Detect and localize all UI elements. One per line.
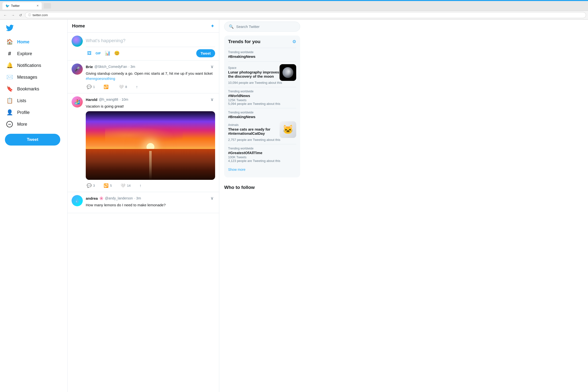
trend-category-0: Trending worldwide: [228, 50, 296, 54]
poll-button[interactable]: 📊: [104, 49, 112, 57]
emoji-button[interactable]: 😊: [113, 49, 121, 57]
sidebar-tweet-button[interactable]: Tweet: [5, 134, 60, 146]
nav-label-bookmarks: Bookmarks: [17, 86, 39, 92]
retweet-action-brie[interactable]: 🔁: [103, 84, 111, 90]
like-action-brie[interactable]: 🤍 8: [118, 84, 128, 90]
tweet-name-andrea: andrea: [86, 196, 98, 200]
lists-icon: 📋: [6, 98, 13, 104]
tweet-more-button-andrea[interactable]: ∨: [209, 195, 215, 202]
refresh-button[interactable]: ↺: [18, 13, 24, 18]
nav-item-profile[interactable]: 👤 Profile: [3, 107, 64, 118]
tweet-hashtag-brie[interactable]: #heregoesnothing: [86, 76, 115, 80]
like-icon-harold: 🤍: [120, 183, 126, 188]
tweet-text-harold: Vacation is going great!: [86, 104, 215, 109]
trend-category-3: Trending worldwide: [228, 111, 296, 114]
compose-toolbar: 🖼 GIF 📊 😊 Tweet: [86, 47, 215, 57]
brie-avatar-image: 🎤: [72, 64, 83, 75]
browser-nav: ← → ↺ ⓘ twitter.com: [0, 11, 588, 20]
share-action-brie[interactable]: ↑: [135, 84, 139, 90]
tweet-content-brie: Brie @Sktch_ComedyFan · 3m ∨ Giving stan…: [86, 64, 215, 90]
tweet-more-button-harold[interactable]: ∨: [209, 96, 215, 103]
tweet-more-button-brie[interactable]: ∨: [209, 64, 215, 70]
moon-thumbnail: [280, 64, 296, 81]
retweet-count-harold: 5: [110, 184, 112, 188]
tweet-avatar-harold: 🏄: [72, 96, 83, 108]
retweet-action-harold[interactable]: 🔁 5: [103, 182, 113, 189]
share-action-harold[interactable]: ↑: [138, 182, 142, 189]
trend-thumb-cat: 🐱: [280, 121, 296, 138]
reply-icon-harold: 💬: [87, 183, 92, 188]
tab-title: Twitter: [11, 4, 20, 8]
trend-tag-5: #GreatestOfAllTime: [228, 151, 296, 155]
compose-avatar: [72, 36, 83, 47]
twitter-logo[interactable]: [3, 22, 64, 35]
trend-count-2: 125K Tweets: [228, 98, 296, 102]
retweet-icon: 🔁: [104, 84, 108, 89]
tweet-text-andrea: How many lemons do I need to make lemona…: [86, 202, 215, 208]
andrea-emoji: 🌸: [99, 196, 104, 200]
tweet-time-brie: · 3m: [128, 65, 135, 68]
nav-item-messages[interactable]: ✉️ Messages: [3, 72, 64, 83]
browser-tab[interactable]: 🐦 Twitter ✕: [2, 2, 42, 10]
trend-item-5[interactable]: Trending worldwide #GreatestOfAllTime 10…: [228, 144, 296, 165]
tab-favicon: 🐦: [6, 4, 10, 8]
tweet-item-andrea[interactable]: 💧 andrea 🌸 @andy_landerson · 3m ∨ How ma…: [68, 192, 219, 213]
trend-category-5: Trending worldwide: [228, 147, 296, 150]
reply-action-brie[interactable]: 💬 1: [86, 84, 96, 90]
trend-item-0[interactable]: Trending worldwide #BreakingNews: [228, 48, 296, 62]
trends-header: Trends for you ⚙: [228, 39, 296, 44]
tweet-avatar-andrea: 💧: [72, 195, 83, 206]
search-box[interactable]: 🔍 Search Twitter: [224, 22, 300, 32]
forward-button[interactable]: →: [10, 13, 16, 18]
trend-tag-1: Lunar photography improves the discovery…: [228, 70, 280, 78]
sparkle-icon[interactable]: ✦: [210, 23, 214, 29]
gif-button[interactable]: GIF: [94, 49, 102, 57]
address-bar[interactable]: ⓘ twitter.com: [25, 12, 586, 18]
trends-settings-icon[interactable]: ⚙: [292, 39, 296, 44]
tweet-name-harold: Harold: [86, 98, 98, 102]
trend-item-2[interactable]: Trending worldwide #WorldNews 125K Tweet…: [228, 87, 296, 108]
like-count-brie: 8: [125, 85, 127, 89]
trend-item-1[interactable]: Space Lunar photography improves the dis…: [228, 62, 296, 87]
new-tab-button[interactable]: [44, 3, 51, 8]
like-action-harold[interactable]: 🤍 14: [120, 182, 131, 189]
reply-icon: 💬: [87, 84, 92, 89]
nav-item-home[interactable]: 🏠 Home: [3, 36, 64, 48]
tweet-user-info-harold: Harold @h_wang88 · 10m: [86, 98, 128, 102]
sunset-reflection: [149, 151, 152, 180]
tweet-name-brie: Brie: [86, 65, 93, 69]
nav-item-bookmarks[interactable]: 🔖 Bookmarks: [3, 83, 64, 94]
right-sidebar: 🔍 Search Twitter Trends for you ⚙ Trendi…: [219, 20, 305, 392]
tweet-avatar-brie: 🎤: [72, 64, 83, 75]
back-button[interactable]: ←: [2, 13, 8, 18]
nav-item-notifications[interactable]: 🔔 Notifications: [3, 60, 64, 71]
feed-header: Home ✦: [68, 20, 219, 32]
nav-item-lists[interactable]: 📋 Lists: [3, 95, 64, 106]
tweet-item[interactable]: 🎤 Brie @Sktch_ComedyFan · 3m ∨ Giving st…: [68, 60, 219, 93]
nav-label-messages: Messages: [17, 75, 37, 80]
nav-label-lists: Lists: [17, 98, 26, 104]
trend-tag-0: #BreakingNews: [228, 54, 296, 58]
trend-tag-cats: These cats are ready for #InternationalC…: [228, 127, 280, 136]
trend-category-1: Space: [228, 66, 280, 70]
trend-item-3[interactable]: Trending worldwide #BreakingNews Animals…: [228, 108, 296, 144]
search-icon: 🔍: [229, 24, 234, 29]
compose-input[interactable]: What's happening?: [86, 36, 215, 47]
trend-with-image-1: Space Lunar photography improves the dis…: [228, 64, 296, 81]
tweet-item-harold[interactable]: 🏄 Harold @h_wang88 · 10m ∨ Vacation is g…: [68, 93, 219, 192]
show-more-link[interactable]: Show more: [228, 165, 296, 174]
image-upload-button[interactable]: 🖼: [86, 49, 93, 57]
tab-close-button[interactable]: ✕: [36, 4, 39, 7]
reply-action-harold[interactable]: 💬 3: [86, 182, 96, 189]
nav-item-more[interactable]: ••• More: [3, 118, 64, 130]
compose-tweet-button[interactable]: Tweet: [196, 49, 215, 57]
trend-text-cats: Animals These cats are ready for #Intern…: [228, 123, 280, 136]
home-icon: 🏠: [6, 39, 13, 45]
notifications-icon: 🔔: [6, 62, 13, 68]
tweet-content-harold: Harold @h_wang88 · 10m ∨ Vacation is goi…: [86, 96, 215, 189]
tweet-text-brie: Giving standup comedy a go. Open mic sta…: [86, 71, 215, 81]
nav-item-explore[interactable]: # Explore: [3, 48, 64, 59]
main-feed: Home ✦ What's happening? 🖼 GIF 📊 😊 Tweet: [68, 20, 219, 392]
twitter-bird-icon: [6, 24, 14, 32]
tweet-time-harold: · 10m: [120, 98, 128, 102]
